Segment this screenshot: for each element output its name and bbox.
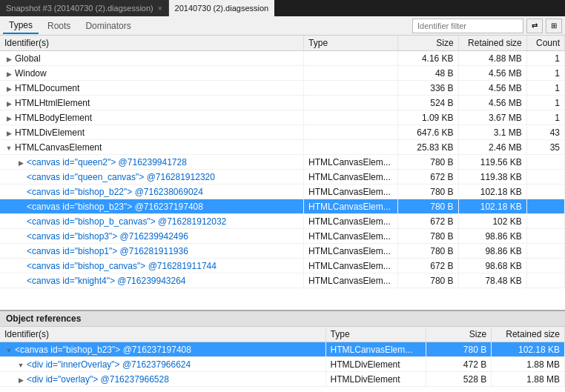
bottom-col-header-type[interactable]: Type xyxy=(326,327,426,342)
expander-icon[interactable]: ▼ xyxy=(4,346,13,355)
cell-type: HTMLCanvasElem... xyxy=(304,199,398,214)
table-row[interactable]: ▶HTMLDocument336 B4.56 MB1 xyxy=(0,81,565,96)
table-row[interactable]: ▶Window48 B4.56 MB1 xyxy=(0,66,565,81)
cell-retained: 78.48 KB xyxy=(458,273,526,288)
expander-icon[interactable]: ▼ xyxy=(16,361,25,370)
cell-retained: 4.56 MB xyxy=(458,66,526,81)
bottom-col-header-size[interactable]: Size xyxy=(426,327,492,342)
cell-retained: 1.88 MB xyxy=(492,372,565,387)
cell-type: HTMLCanvasElem... xyxy=(304,185,398,199)
cell-type xyxy=(304,140,398,155)
cell-type: HTMLCanvasElem... xyxy=(304,244,398,259)
expander-icon[interactable]: ▶ xyxy=(16,159,25,167)
col-header-type[interactable]: Type xyxy=(304,36,398,51)
table-row[interactable]: ▶HTMLBodyElement1.09 KB3.67 MB1 xyxy=(0,110,565,125)
cell-type: HTMLCanvasElem... xyxy=(304,170,398,185)
cell-type: HTMLCanvasElem... xyxy=(304,214,398,229)
cell-retained: 119.38 KB xyxy=(458,170,526,185)
table-row[interactable]: ▶Global4.16 KB4.88 MB1 xyxy=(0,51,565,66)
col-header-retained[interactable]: Retained size xyxy=(458,36,526,51)
table-row[interactable]: ▼HTMLCanvasElement25.83 KB2.46 MB35 xyxy=(0,140,565,155)
cell-type xyxy=(304,110,398,125)
expander-icon[interactable]: ▶ xyxy=(4,70,13,79)
table-row[interactable]: ▼<div id="innerOverlay"> @716237966624HT… xyxy=(0,357,565,372)
cell-identifier: ▼<canvas id="bishop_b23"> @716237197408 xyxy=(0,342,326,357)
cell-identifier: ▶Global xyxy=(0,51,304,66)
expander-icon[interactable]: ▶ xyxy=(16,376,25,385)
cell-retained: 4.88 MB xyxy=(458,51,526,66)
expander-icon[interactable]: ▶ xyxy=(4,114,13,123)
table-row[interactable]: <canvas id="queen_canvas"> @716281912320… xyxy=(0,170,565,185)
cell-count: 1 xyxy=(526,110,564,125)
table-row[interactable]: ▶<div id="overlay"> @716237966528HTMLDiv… xyxy=(0,372,565,387)
col-header-size[interactable]: Size xyxy=(397,36,458,51)
cell-size: 780 B xyxy=(397,273,458,288)
cell-retained: 102.18 KB xyxy=(492,342,565,357)
export-button[interactable]: ⇄ xyxy=(526,19,543,33)
table-row[interactable]: <canvas id="bishop1"> @716281911936HTMLC… xyxy=(0,244,565,259)
table-row[interactable]: <canvas id="knight4"> @716239943264HTMLC… xyxy=(0,273,565,288)
cell-identifier: ▶HTMLHtmlElement xyxy=(0,96,304,110)
table-row[interactable]: ▶HTMLDivElement647.6 KB3.1 MB43 xyxy=(0,125,565,140)
table-row[interactable]: ▼<canvas id="bishop_b23"> @716237197408H… xyxy=(0,342,565,357)
expander-icon[interactable]: ▶ xyxy=(4,99,13,108)
cell-identifier: ▶Window xyxy=(0,66,304,81)
cell-size: 780 B xyxy=(397,199,458,214)
cell-type xyxy=(304,51,398,66)
table-row[interactable]: ▶<canvas id="queen2"> @716239941728HTMLC… xyxy=(0,155,565,170)
cell-type: HTMLCanvasElem... xyxy=(304,259,398,273)
bottom-table: Identifier(s) Type Size Retained size ▼<… xyxy=(0,327,565,387)
tab-roots[interactable]: Roots xyxy=(42,18,76,34)
cell-count: 43 xyxy=(526,125,564,140)
table-row[interactable]: <canvas id="bishop_b22"> @716238069024HT… xyxy=(0,185,565,199)
cell-identifier: <canvas id="bishop_b23"> @716237197408 xyxy=(0,199,304,214)
cell-identifier: ▶HTMLDivElement xyxy=(0,125,304,140)
cell-count xyxy=(526,155,564,170)
cell-retained: 2.46 MB xyxy=(458,140,526,155)
inactive-tab[interactable]: Snapshot #3 (20140730 (2).diagsession) × xyxy=(0,0,169,16)
cell-size: 524 B xyxy=(397,96,458,110)
inactive-tab-label: Snapshot #3 (20140730 (2).diagsession) xyxy=(6,4,153,13)
cell-count: 1 xyxy=(526,51,564,66)
identifier-filter-input[interactable] xyxy=(412,19,523,33)
bottom-col-header-retained[interactable]: Retained size xyxy=(492,327,565,342)
tab-close-icon[interactable]: × xyxy=(158,4,162,13)
main-table-container[interactable]: Identifier(s) Type Size Retained size Co… xyxy=(0,36,565,310)
expander-icon[interactable]: ▶ xyxy=(4,84,13,93)
view-toggle-button[interactable]: ⊞ xyxy=(546,19,562,33)
cell-identifier: ▶HTMLDocument xyxy=(0,81,304,96)
table-row[interactable]: <canvas id="bishop_b23"> @716237197408HT… xyxy=(0,199,565,214)
bottom-table-container[interactable]: Identifier(s) Type Size Retained size ▼<… xyxy=(0,327,565,392)
bottom-col-header-identifier[interactable]: Identifier(s) xyxy=(0,327,326,342)
cell-size: 672 B xyxy=(397,170,458,185)
cell-identifier: ▼HTMLCanvasElement xyxy=(0,140,304,155)
col-header-identifier[interactable]: Identifier(s) xyxy=(0,36,304,51)
cell-count xyxy=(526,185,564,199)
cell-size: 780 B xyxy=(397,185,458,199)
cell-count: 1 xyxy=(526,81,564,96)
tab-types[interactable]: Types xyxy=(3,18,39,34)
cell-type: HTMLDivElement xyxy=(326,357,426,372)
active-tab-label: 20140730 (2).diagsession xyxy=(175,4,269,13)
bottom-table-header-row: Identifier(s) Type Size Retained size xyxy=(0,327,565,342)
section-header-object-references: Object references xyxy=(0,310,565,327)
table-row[interactable]: <canvas id="bishop_b_canvas"> @716281912… xyxy=(0,214,565,229)
col-header-count[interactable]: Count xyxy=(526,36,564,51)
table-row[interactable]: ▶HTMLHtmlElement524 B4.56 MB1 xyxy=(0,96,565,110)
cell-retained: 4.56 MB xyxy=(458,81,526,96)
cell-size: 48 B xyxy=(397,66,458,81)
expander-icon[interactable]: ▶ xyxy=(4,129,13,138)
cell-size: 4.16 KB xyxy=(397,51,458,66)
cell-size: 672 B xyxy=(397,214,458,229)
active-tab[interactable]: 20140730 (2).diagsession xyxy=(169,0,275,16)
cell-retained: 102 KB xyxy=(458,214,526,229)
table-header-row: Identifier(s) Type Size Retained size Co… xyxy=(0,36,565,51)
expander-icon[interactable]: ▼ xyxy=(4,144,13,153)
expander-icon[interactable]: ▶ xyxy=(4,55,13,64)
cell-identifier: <canvas id="bishop_b22"> @716238069024 xyxy=(0,185,304,199)
cell-identifier: <canvas id="knight4"> @716239943264 xyxy=(0,273,304,288)
table-row[interactable]: <canvas id="bishop3"> @716239942496HTMLC… xyxy=(0,229,565,244)
cell-identifier: <canvas id="bishop3"> @716239942496 xyxy=(0,229,304,244)
tab-dominators[interactable]: Dominators xyxy=(79,18,136,34)
table-row[interactable]: <canvas id="bishop_canvas"> @71628191174… xyxy=(0,259,565,273)
